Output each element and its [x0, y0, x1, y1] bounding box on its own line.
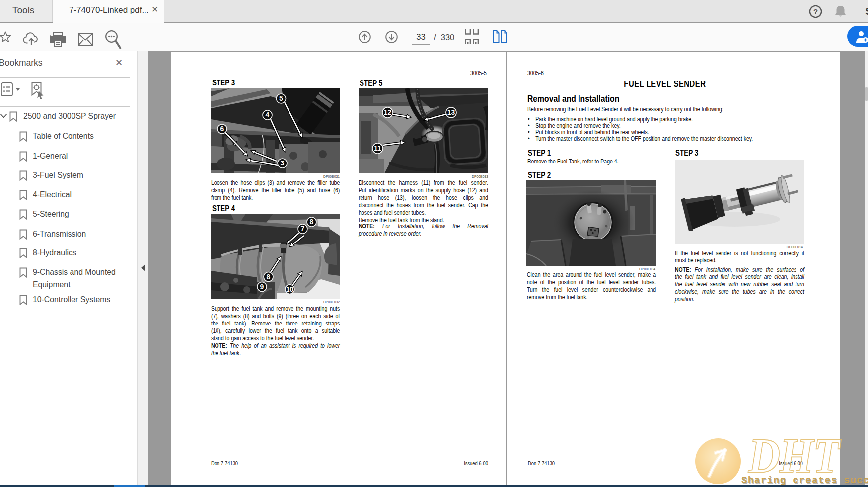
svg-text:?: ?: [813, 7, 818, 16]
svg-text:9: 9: [260, 283, 264, 291]
svg-text:8: 8: [310, 218, 314, 226]
svg-text:13: 13: [447, 108, 455, 116]
svg-text:10: 10: [286, 285, 294, 293]
svg-text:11: 11: [374, 144, 381, 152]
svg-text:8: 8: [267, 273, 271, 281]
svg-text:3: 3: [281, 159, 285, 167]
svg-text:5: 5: [279, 94, 283, 102]
svg-text:7: 7: [301, 225, 305, 233]
svg-text:6: 6: [220, 125, 224, 133]
svg-text:4: 4: [266, 111, 270, 119]
svg-text:12: 12: [384, 108, 392, 116]
